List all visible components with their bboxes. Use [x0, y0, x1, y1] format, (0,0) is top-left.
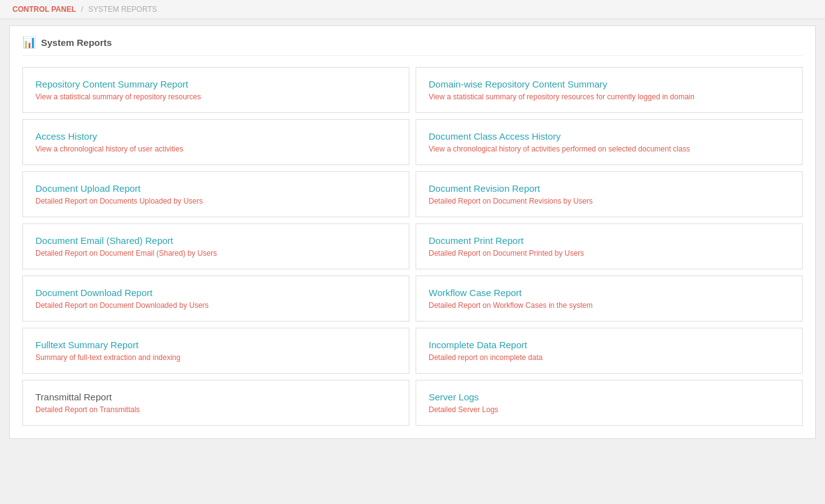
report-desc-transmittal-report: Detailed Report on Transmittals: [35, 405, 396, 414]
report-title-access-history: Access History: [35, 131, 396, 142]
report-title-document-class-access-history: Document Class Access History: [429, 131, 790, 142]
report-desc-domain-wise-repository: View a statistical summary of repository…: [429, 92, 790, 101]
report-title-repository-content-summary: Repository Content Summary Report: [35, 79, 396, 89]
report-title-workflow-case-report: Workflow Case Report: [429, 287, 790, 298]
report-title-document-revision-report: Document Revision Report: [429, 183, 790, 194]
report-card-document-upload-report[interactable]: Document Upload ReportDetailed Report on…: [22, 171, 409, 217]
report-card-workflow-case-report[interactable]: Workflow Case ReportDetailed Report on W…: [416, 276, 803, 322]
report-card-transmittal-report[interactable]: Transmittal ReportDetailed Report on Tra…: [22, 380, 409, 426]
report-desc-access-history: View a chronological history of user act…: [35, 145, 396, 153]
report-card-incomplete-data-report[interactable]: Incomplete Data ReportDetailed report on…: [416, 328, 803, 374]
report-card-server-logs[interactable]: Server LogsDetailed Server Logs: [416, 380, 803, 426]
report-desc-fulltext-summary-report: Summary of full-text extraction and inde…: [35, 353, 396, 362]
report-title-document-print-report: Document Print Report: [429, 235, 790, 246]
breadcrumb-control-panel[interactable]: Control Panel: [12, 5, 76, 14]
report-desc-incomplete-data-report: Detailed report on incomplete data: [429, 353, 790, 362]
page-title: System Reports: [41, 37, 112, 48]
report-card-access-history[interactable]: Access HistoryView a chronological histo…: [22, 119, 409, 165]
report-card-domain-wise-repository[interactable]: Domain-wise Repository Content SummaryVi…: [416, 67, 803, 113]
report-desc-server-logs: Detailed Server Logs: [429, 405, 790, 414]
report-title-fulltext-summary-report: Fulltext Summary Report: [35, 340, 396, 350]
breadcrumb-separator: /: [81, 5, 83, 14]
report-desc-document-download-report: Detailed Report on Document Downloaded b…: [35, 301, 396, 310]
report-desc-workflow-case-report: Detailed Report on Workflow Cases in the…: [429, 301, 790, 310]
report-card-document-email-shared-report[interactable]: Document Email (Shared) ReportDetailed R…: [22, 223, 409, 269]
report-title-document-download-report: Document Download Report: [35, 287, 396, 298]
report-card-document-class-access-history[interactable]: Document Class Access HistoryView a chro…: [416, 119, 803, 165]
report-title-domain-wise-repository: Domain-wise Repository Content Summary: [429, 79, 790, 89]
report-desc-document-revision-report: Detailed Report on Document Revisions by…: [429, 197, 790, 205]
report-desc-document-upload-report: Detailed Report on Documents Uploaded by…: [35, 197, 396, 205]
reports-grid: Repository Content Summary ReportView a …: [22, 67, 803, 426]
report-desc-document-class-access-history: View a chronological history of activiti…: [429, 145, 790, 153]
system-reports-icon: 📊: [22, 35, 36, 49]
breadcrumb-current: System Reports: [88, 5, 157, 14]
report-card-document-revision-report[interactable]: Document Revision ReportDetailed Report …: [416, 171, 803, 217]
report-title-document-upload-report: Document Upload Report: [35, 183, 396, 194]
report-title-document-email-shared-report: Document Email (Shared) Report: [35, 235, 396, 246]
report-desc-repository-content-summary: View a statistical summary of repository…: [35, 92, 396, 101]
report-desc-document-print-report: Detailed Report on Document Printed by U…: [429, 249, 790, 258]
report-card-document-print-report[interactable]: Document Print ReportDetailed Report on …: [416, 223, 803, 269]
main-container: 📊 System Reports Repository Content Summ…: [9, 25, 816, 439]
page-header: 📊 System Reports: [22, 35, 803, 56]
report-card-fulltext-summary-report[interactable]: Fulltext Summary ReportSummary of full-t…: [22, 328, 409, 374]
report-card-document-download-report[interactable]: Document Download ReportDetailed Report …: [22, 276, 409, 322]
report-card-repository-content-summary[interactable]: Repository Content Summary ReportView a …: [22, 67, 409, 113]
breadcrumb: Control Panel / System Reports: [0, 0, 825, 19]
report-title-server-logs: Server Logs: [429, 392, 790, 402]
report-desc-document-email-shared-report: Detailed Report on Document Email (Share…: [35, 249, 396, 258]
report-title-transmittal-report: Transmittal Report: [35, 392, 396, 402]
report-title-incomplete-data-report: Incomplete Data Report: [429, 340, 790, 350]
